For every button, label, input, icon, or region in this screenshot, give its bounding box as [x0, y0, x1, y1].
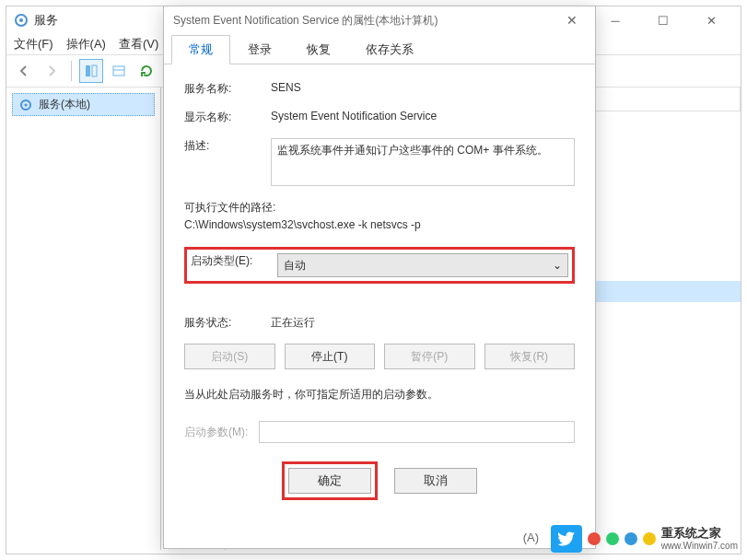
dialog-tabs: 常规 登录 恢复 依存关系 — [164, 34, 595, 64]
watermark-url: www.Winwin7.com — [661, 541, 738, 551]
tab-general[interactable]: 常规 — [171, 35, 230, 64]
stop-button[interactable]: 停止(T) — [285, 344, 376, 369]
value-display-name: System Event Notification Service — [271, 110, 575, 122]
start-params-input — [259, 421, 575, 443]
tree-services-local[interactable]: 服务(本地) — [12, 93, 155, 116]
cancel-button[interactable]: 取消 — [394, 468, 477, 494]
ok-button[interactable]: 确定 — [288, 468, 371, 494]
menu-view[interactable]: 查看(V) — [119, 36, 158, 52]
svg-rect-4 — [113, 66, 124, 76]
label-description: 描述: — [184, 138, 271, 154]
toolbar-divider — [71, 61, 72, 81]
dialog-title-text: System Event Notification Service 的属性(本地… — [173, 13, 438, 29]
label-display-name: 显示名称: — [184, 110, 271, 125]
label-service-name: 服务名称: — [184, 81, 271, 97]
logo-ball-green — [606, 532, 619, 545]
back-button[interactable] — [12, 59, 36, 83]
label-startup-type: 启动类型(E): — [191, 253, 277, 269]
refresh-button[interactable] — [134, 59, 158, 83]
forward-button[interactable] — [40, 59, 64, 83]
logo-ball-red — [588, 532, 601, 545]
label-exe-path: 可执行文件的路径: — [184, 199, 575, 216]
dialog-close-button[interactable]: ✕ — [558, 13, 586, 28]
resume-button[interactable]: 恢复(R) — [484, 344, 576, 369]
value-service-name: SENS — [271, 81, 575, 94]
gear-icon — [18, 98, 33, 112]
watermark: (A) 重系统之家 www.Winwin7.com — [551, 525, 738, 553]
dialog-titlebar: System Event Notification Service 的属性(本地… — [164, 6, 595, 34]
maximize-button[interactable]: ☐ — [645, 9, 682, 31]
highlight-startup-type: 启动类型(E): 自动 ⌄ — [184, 247, 575, 284]
svg-rect-3 — [92, 65, 97, 76]
tab-logon[interactable]: 登录 — [230, 35, 289, 64]
svg-rect-2 — [86, 65, 90, 76]
watermark-brand: 重系统之家 — [661, 527, 738, 540]
label-service-status: 服务状态: — [184, 315, 271, 331]
svg-point-10 — [25, 103, 28, 106]
value-service-status: 正在运行 — [271, 315, 575, 331]
tab-recovery[interactable]: 恢复 — [289, 35, 348, 64]
start-button[interactable]: 启动(S) — [184, 344, 275, 369]
properties-button[interactable] — [107, 59, 131, 83]
twitter-icon — [551, 525, 582, 553]
tab-dependencies[interactable]: 依存关系 — [348, 35, 431, 64]
tree-label: 服务(本地) — [39, 97, 90, 112]
startup-type-combo[interactable]: 自动 ⌄ — [277, 253, 568, 277]
services-title-text: 服务 — [34, 12, 58, 29]
label-start-params: 启动参数(M): — [184, 425, 248, 440]
description-textbox[interactable]: 监视系统事件并通知订户这些事件的 COM+ 事件系统。 — [271, 138, 575, 186]
detail-view-button[interactable] — [79, 59, 103, 83]
minimize-button[interactable]: ─ — [597, 9, 634, 31]
apply-shortcut: (A) — [523, 531, 539, 544]
logo-ball-yellow — [643, 532, 656, 545]
menu-action[interactable]: 操作(A) — [66, 36, 106, 52]
highlight-ok: 确定 — [282, 461, 378, 500]
menu-file[interactable]: 文件(F) — [14, 36, 53, 52]
start-params-hint: 当从此处启动服务时，你可指定所适用的启动参数。 — [184, 386, 575, 402]
pause-button[interactable]: 暂停(P) — [384, 344, 475, 369]
svg-point-1 — [19, 18, 23, 22]
chevron-down-icon: ⌄ — [553, 259, 562, 272]
properties-dialog: System Event Notification Service 的属性(本地… — [163, 6, 596, 549]
services-app-icon — [14, 13, 29, 28]
tree-pane: 服务(本地) — [6, 88, 161, 550]
value-exe-path: C:\Windows\system32\svchost.exe -k netsv… — [184, 216, 575, 234]
close-button[interactable]: ✕ — [693, 9, 729, 31]
logo-ball-blue — [624, 532, 637, 545]
